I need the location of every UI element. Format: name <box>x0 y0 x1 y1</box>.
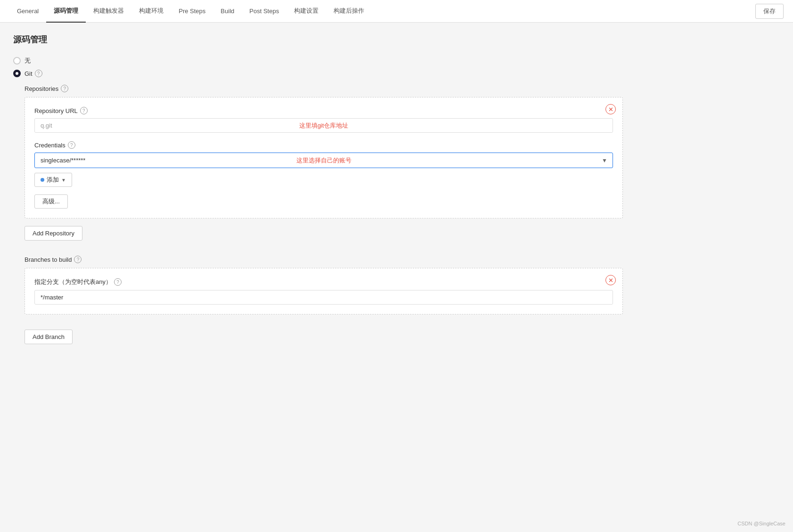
url-input-wrapper: 这里填git仓库地址 <box>34 118 613 133</box>
repository-box: ✕ Repository URL ? 这里填git仓库地址 Credential… <box>25 97 623 218</box>
branch-specifier-help-icon[interactable]: ? <box>114 278 122 286</box>
credentials-select-wrapper: singlecase/****** ▼ 这里选择自己的账号 <box>34 153 613 168</box>
save-button[interactable]: 保存 <box>755 4 784 19</box>
repositories-help-icon[interactable]: ? <box>61 85 68 92</box>
credentials-select[interactable]: singlecase/****** <box>34 153 613 168</box>
repo-url-help-icon[interactable]: ? <box>80 107 88 114</box>
branches-section: Branches to build ? ✕ 指定分支（为空时代表any） ? A… <box>25 256 623 344</box>
tab-source[interactable]: 源码管理 <box>46 0 86 23</box>
radio-none-indicator <box>13 57 21 64</box>
branches-label: Branches to build ? <box>25 256 623 263</box>
branch-specifier-input[interactable] <box>34 290 613 305</box>
advanced-section: 高级... <box>34 194 613 209</box>
branch-box: ✕ 指定分支（为空时代表any） ? <box>25 268 623 314</box>
radio-git-label: Git <box>25 70 33 77</box>
add-dot-icon <box>41 178 44 182</box>
branch-specifier-label: 指定分支（为空时代表any） ? <box>34 278 613 286</box>
radio-group: 无 Git ? <box>13 56 623 77</box>
repository-url-field-label: Repository URL ? <box>34 107 613 114</box>
radio-none-label: 无 <box>25 56 31 65</box>
tab-general[interactable]: General <box>9 1 46 22</box>
tab-trigger[interactable]: 构建触发器 <box>86 0 131 23</box>
credentials-section: Credentials ? singlecase/****** ▼ 这里选择自己… <box>34 141 613 194</box>
repository-url-input[interactable] <box>34 118 613 133</box>
git-section: Repositories ? ✕ Repository URL ? 这里填git… <box>25 85 623 344</box>
tab-presteps[interactable]: Pre Steps <box>171 1 213 22</box>
tab-poststeps[interactable]: Post Steps <box>242 1 286 22</box>
tab-env[interactable]: 构建环境 <box>131 0 171 23</box>
add-chevron-icon: ▼ <box>61 177 66 183</box>
page-title: 源码管理 <box>13 34 623 45</box>
advanced-button[interactable]: 高级... <box>34 194 68 209</box>
branch-close-button[interactable]: ✕ <box>605 275 616 285</box>
radio-none[interactable]: 无 <box>13 56 623 65</box>
add-repository-button[interactable]: Add Repository <box>25 226 82 241</box>
repositories-label: Repositories ? <box>25 85 623 92</box>
radio-git-indicator <box>13 70 21 77</box>
branches-help-icon[interactable]: ? <box>74 256 82 263</box>
add-branch-button[interactable]: Add Branch <box>25 330 73 344</box>
radio-git[interactable]: Git ? <box>13 70 623 77</box>
credentials-field-label: Credentials ? <box>34 141 613 149</box>
repository-close-button[interactable]: ✕ <box>605 104 616 114</box>
credentials-help-icon[interactable]: ? <box>68 141 75 149</box>
tab-build[interactable]: Build <box>213 1 242 22</box>
tab-buildsettings[interactable]: 构建设置 <box>286 0 326 23</box>
main-content: 源码管理 无 Git ? Repositories ? ✕ Repository… <box>0 23 636 355</box>
tab-bar: General 源码管理 构建触发器 构建环境 Pre Steps Build … <box>0 0 793 23</box>
add-credentials-button[interactable]: 添加 ▼ <box>34 173 72 187</box>
git-help-icon[interactable]: ? <box>35 70 42 77</box>
tab-postbuild[interactable]: 构建后操作 <box>326 0 372 23</box>
add-label: 添加 <box>47 176 59 184</box>
